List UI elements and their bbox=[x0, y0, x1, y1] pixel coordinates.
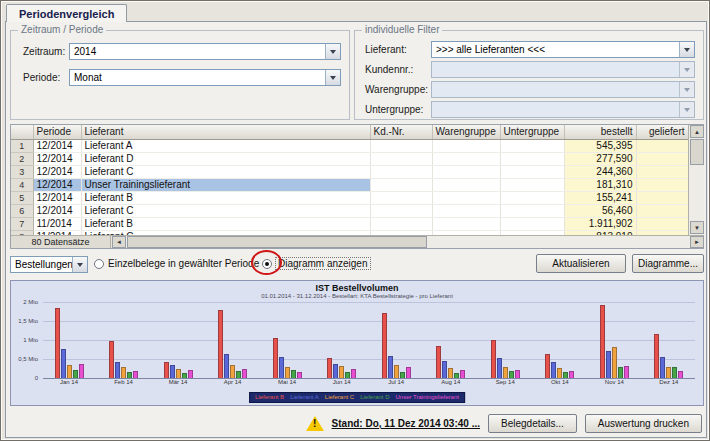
cell-geliefert[interactable] bbox=[636, 191, 688, 204]
radio-einzelbelege[interactable]: Einzelbelege in gewählter Periode bbox=[94, 258, 259, 269]
cell-kdnr[interactable] bbox=[370, 139, 432, 152]
radio-circle-icon[interactable] bbox=[262, 259, 272, 269]
bar-group: Sep 14 bbox=[482, 302, 528, 388]
cell-lieferant[interactable]: Lieferant D bbox=[81, 152, 370, 165]
cell-kdnr[interactable] bbox=[370, 217, 432, 230]
cell-periode[interactable]: 11/2014 bbox=[33, 217, 81, 230]
cell-geliefert[interactable] bbox=[636, 178, 688, 191]
chevron-down-icon[interactable] bbox=[325, 70, 340, 85]
vertical-scrollbar[interactable]: ▲ ▼ bbox=[688, 125, 704, 235]
scroll-down-icon[interactable]: ▼ bbox=[690, 221, 704, 234]
cell-geliefert[interactable] bbox=[636, 204, 688, 217]
cell-untergruppe[interactable] bbox=[500, 165, 564, 178]
cell-lieferant[interactable]: Lieferant A bbox=[81, 139, 370, 152]
col-header-untergruppe[interactable]: Untergruppe bbox=[500, 125, 564, 139]
cell-periode[interactable]: 12/2014 bbox=[33, 139, 81, 152]
cell-untergruppe[interactable] bbox=[500, 204, 564, 217]
table-row[interactable]: 711/2014Lieferant B1.911,902 bbox=[11, 217, 688, 230]
cell-kdnr[interactable] bbox=[370, 178, 432, 191]
cell-untergruppe[interactable] bbox=[500, 217, 564, 230]
row-number: 6 bbox=[11, 204, 33, 217]
vertical-scroll-thumb[interactable] bbox=[690, 139, 704, 165]
belegdetails-button[interactable]: Belegdetails... bbox=[488, 414, 577, 433]
cell-periode[interactable]: 12/2014 bbox=[33, 191, 81, 204]
col-header-warengruppe[interactable]: Warengruppe bbox=[432, 125, 500, 139]
cell-untergruppe[interactable] bbox=[500, 191, 564, 204]
col-header-bestellt[interactable]: bestellt bbox=[564, 125, 636, 139]
chevron-down-icon[interactable] bbox=[325, 44, 340, 59]
cell-bestellt[interactable]: 155,241 bbox=[564, 191, 636, 204]
tab-periodenvergleich[interactable]: Periodenvergleich bbox=[6, 4, 127, 22]
bar-lieferant-a bbox=[551, 362, 556, 378]
chevron-down-icon[interactable] bbox=[72, 257, 87, 272]
cell-bestellt[interactable]: 1.911,902 bbox=[564, 217, 636, 230]
col-header-geliefert[interactable]: geliefert bbox=[636, 125, 688, 139]
bar-lieferant-a bbox=[279, 357, 284, 378]
radio-circle-icon[interactable] bbox=[94, 259, 104, 269]
app-window: Periodenvergleich Zeitraum / Periode Zei… bbox=[0, 0, 710, 441]
belegart-select[interactable]: Bestellungen bbox=[10, 256, 88, 273]
col-header-periode[interactable]: Periode bbox=[33, 125, 81, 139]
cell-bestellt[interactable]: 181,310 bbox=[564, 178, 636, 191]
cell-bestellt[interactable]: 545,395 bbox=[564, 139, 636, 152]
bar-group: Nov 14 bbox=[591, 302, 637, 388]
cell-warengruppe[interactable] bbox=[432, 152, 500, 165]
lieferant-select[interactable]: >>> alle Lieferanten <<< bbox=[431, 41, 695, 58]
cell-geliefert[interactable] bbox=[636, 165, 688, 178]
scroll-up-icon[interactable]: ▲ bbox=[690, 125, 704, 138]
cell-warengruppe[interactable] bbox=[432, 139, 500, 152]
stand-link[interactable]: Stand: Do, 11 Dez 2014 03:40 ... bbox=[332, 418, 480, 429]
table-row[interactable]: 312/2014Lieferant C244,360 bbox=[11, 165, 688, 178]
scroll-left-icon[interactable]: ◄ bbox=[112, 236, 126, 248]
cell-warengruppe[interactable] bbox=[432, 178, 500, 191]
cell-periode[interactable]: 12/2014 bbox=[33, 152, 81, 165]
cell-geliefert[interactable] bbox=[636, 139, 688, 152]
cell-lieferant[interactable]: Unser Trainingslieferant bbox=[81, 178, 370, 191]
scroll-right-icon[interactable]: ► bbox=[690, 236, 704, 248]
cell-bestellt[interactable]: 244,360 bbox=[564, 165, 636, 178]
cell-lieferant[interactable]: Lieferant B bbox=[81, 217, 370, 230]
periode-select[interactable]: Monat bbox=[69, 69, 341, 86]
cell-bestellt[interactable]: 56,460 bbox=[564, 204, 636, 217]
table-row[interactable]: 112/2014Lieferant A545,395 bbox=[11, 139, 688, 152]
zeitraum-select[interactable]: 2014 bbox=[69, 43, 341, 60]
horizontal-scrollbar[interactable]: ◄ ► bbox=[112, 236, 704, 248]
cell-lieferant[interactable]: Lieferant C bbox=[81, 204, 370, 217]
cell-kdnr[interactable] bbox=[370, 191, 432, 204]
cell-kdnr[interactable] bbox=[370, 165, 432, 178]
cell-warengruppe[interactable] bbox=[432, 217, 500, 230]
table-row[interactable]: 212/2014Lieferant D277,590 bbox=[11, 152, 688, 165]
bar-lieferant-c bbox=[67, 365, 72, 378]
cell-kdnr[interactable] bbox=[370, 204, 432, 217]
table-row[interactable]: 412/2014Unser Trainingslieferant181,310 bbox=[11, 178, 688, 191]
cell-lieferant[interactable]: Lieferant B bbox=[81, 191, 370, 204]
col-header-kdnr[interactable]: Kd.-Nr. bbox=[370, 125, 432, 139]
cell-lieferant[interactable]: Lieferant C bbox=[81, 165, 370, 178]
radio-diagramm-anzeigen[interactable]: Diagramm anzeigen bbox=[262, 258, 370, 269]
cell-kdnr[interactable] bbox=[370, 152, 432, 165]
bar-lieferant-d bbox=[672, 367, 677, 378]
cell-warengruppe[interactable] bbox=[432, 165, 500, 178]
cell-periode[interactable]: 12/2014 bbox=[33, 178, 81, 191]
cell-periode[interactable]: 12/2014 bbox=[33, 165, 81, 178]
radio-einzelbelege-label[interactable]: Einzelbelege in gewählter Periode bbox=[108, 258, 259, 269]
cell-geliefert[interactable] bbox=[636, 217, 688, 230]
chevron-down-icon[interactable] bbox=[679, 42, 694, 57]
x-tick-label: Apr 14 bbox=[224, 378, 242, 387]
table-row[interactable]: 612/2014Lieferant C56,460 bbox=[11, 204, 688, 217]
table-row[interactable]: 512/2014Lieferant B155,241 bbox=[11, 191, 688, 204]
auswertung-drucken-button[interactable]: Auswertung drucken bbox=[585, 414, 702, 433]
cell-untergruppe[interactable] bbox=[500, 152, 564, 165]
cell-untergruppe[interactable] bbox=[500, 178, 564, 191]
radio-diagramm-label[interactable]: Diagramm anzeigen bbox=[276, 258, 370, 269]
cell-bestellt[interactable]: 277,590 bbox=[564, 152, 636, 165]
horizontal-scroll-thumb[interactable] bbox=[127, 236, 427, 248]
cell-untergruppe[interactable] bbox=[500, 139, 564, 152]
cell-periode[interactable]: 12/2014 bbox=[33, 204, 81, 217]
cell-geliefert[interactable] bbox=[636, 152, 688, 165]
aktualisieren-button[interactable]: Aktualisieren bbox=[536, 254, 626, 273]
cell-warengruppe[interactable] bbox=[432, 191, 500, 204]
diagramme-button[interactable]: Diagramme... bbox=[632, 254, 704, 273]
col-header-lieferant[interactable]: Lieferant bbox=[81, 125, 370, 139]
cell-warengruppe[interactable] bbox=[432, 204, 500, 217]
